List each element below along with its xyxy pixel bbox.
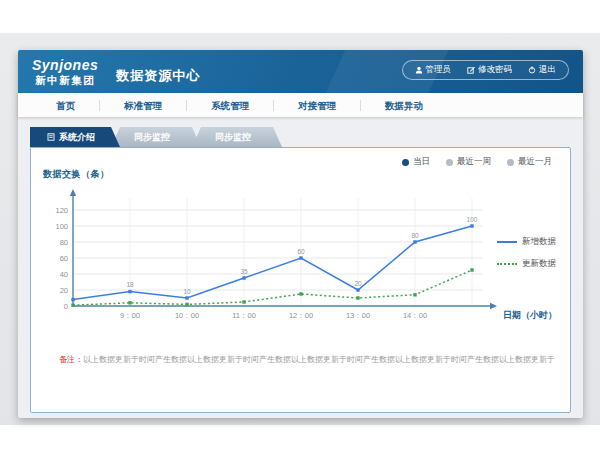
user-bar-label: 管理员 — [426, 64, 452, 76]
footnote-prefix: 备注： — [59, 355, 83, 364]
app-header: Synjones 新中新集团 数据资源中心 管理员修改密码退出 — [18, 50, 583, 93]
legend-label: 更新数据 — [522, 258, 556, 270]
point-label: 80 — [411, 232, 419, 239]
user-bar-item-2[interactable]: 退出 — [528, 64, 556, 76]
point-label: 35 — [240, 268, 248, 275]
data-point — [185, 303, 188, 306]
tab-label: 同步监控 — [215, 131, 251, 144]
x-axis-arrow-icon — [490, 303, 497, 309]
y-tick-label: 60 — [60, 254, 68, 263]
data-point — [242, 300, 245, 303]
x-tick-label: 14：00 — [403, 311, 427, 320]
y-tick-label: 40 — [60, 270, 68, 279]
data-point — [470, 268, 473, 271]
tab-label: 同步监控 — [134, 131, 170, 144]
legend-item-0: 新增数据 — [497, 236, 556, 248]
filter-label: 当日 — [413, 156, 430, 168]
nav-item-4[interactable]: 数据异动 — [361, 100, 447, 111]
tab-0[interactable]: 系统介绍 — [30, 127, 120, 147]
y-tick-label: 0 — [64, 302, 68, 311]
tab-label: 系统介绍 — [59, 131, 95, 144]
main-nav: 首页标准管理系统管理对接管理数据异动 — [18, 93, 583, 117]
user-bar-item-1[interactable]: 修改密码 — [467, 64, 512, 76]
filter-label: 最近一月 — [518, 156, 552, 168]
brand-logo-cn: 新中新集团 — [32, 74, 98, 86]
chart-x-axis-label: 日期（小时） — [503, 309, 557, 322]
page-title: 数据资源中心 — [116, 67, 200, 85]
point-label: 18 — [126, 281, 134, 288]
system-intro-panel: 当日最近一周最近一月 数据交换（条） 0204060801001209：0010… — [30, 147, 571, 413]
exchange-chart: 0204060801001209：0010：0011：0012：0013：001… — [47, 188, 517, 338]
content-area: 系统介绍同步监控同步监控 当日最近一周最近一月 数据交换（条） 02040608… — [18, 117, 583, 418]
footnote: 备注：以上数据更新于时间产生数据以上数据更新于时间产生数据以上数据更新于时间产生… — [59, 354, 555, 365]
data-point — [356, 288, 359, 291]
data-point — [299, 292, 302, 295]
x-tick-label: 13：00 — [346, 311, 370, 320]
point-label: 10 — [183, 288, 191, 295]
user-icon — [415, 66, 423, 74]
user-bar-label: 退出 — [539, 64, 556, 76]
filter-radio-1[interactable]: 最近一周 — [446, 156, 491, 168]
data-point — [128, 301, 131, 304]
data-point — [470, 224, 473, 227]
legend-line-sample — [497, 263, 517, 265]
y-tick-label: 80 — [60, 238, 68, 247]
point-label: 60 — [297, 248, 305, 255]
brand-logo-en: Synjones — [32, 57, 98, 73]
x-tick-label: 10：00 — [175, 311, 199, 320]
y-tick-label: 100 — [55, 222, 68, 231]
data-point — [356, 296, 359, 299]
radio-dot — [446, 159, 453, 166]
chart-y-axis-label: 数据交换（条） — [43, 168, 110, 181]
x-tick-label: 9：00 — [120, 311, 140, 320]
app-window: Synjones 新中新集团 数据资源中心 管理员修改密码退出 首页标准管理系统… — [18, 50, 583, 418]
document-icon — [47, 133, 55, 141]
chart-legend: 新增数据更新数据 — [497, 236, 556, 270]
y-tick-label: 120 — [55, 206, 68, 215]
x-tick-label: 11：00 — [232, 311, 256, 320]
y-axis-arrow-icon — [70, 189, 76, 196]
time-range-filters: 当日最近一周最近一月 — [402, 156, 552, 168]
edit-icon — [467, 66, 475, 74]
nav-item-1[interactable]: 标准管理 — [100, 100, 187, 111]
tab-1[interactable]: 同步监控 — [111, 127, 201, 147]
user-bar-item-0[interactable]: 管理员 — [415, 64, 452, 76]
data-point — [128, 290, 131, 293]
filter-radio-0[interactable]: 当日 — [402, 156, 430, 168]
tab-bar: 系统介绍同步监控同步监控 — [30, 127, 571, 147]
brand-logo: Synjones 新中新集团 — [32, 57, 98, 85]
data-point — [71, 298, 74, 301]
x-tick-label: 12：00 — [289, 311, 313, 320]
legend-line-sample — [497, 241, 517, 243]
radio-dot — [402, 159, 409, 166]
filter-label: 最近一周 — [457, 156, 491, 168]
data-point — [185, 296, 188, 299]
radio-dot — [507, 159, 514, 166]
data-point — [71, 304, 74, 307]
footnote-text: 以上数据更新于时间产生数据以上数据更新于时间产生数据以上数据更新于时间产生数据以… — [83, 355, 555, 364]
filter-radio-2[interactable]: 最近一月 — [507, 156, 552, 168]
point-label: 20 — [354, 280, 362, 287]
legend-label: 新增数据 — [522, 236, 556, 248]
user-toolbar: 管理员修改密码退出 — [402, 60, 570, 80]
nav-item-3[interactable]: 对接管理 — [274, 100, 361, 111]
tab-2[interactable]: 同步监控 — [192, 127, 282, 147]
user-bar-label: 修改密码 — [478, 64, 512, 76]
nav-item-2[interactable]: 系统管理 — [187, 100, 274, 111]
y-tick-label: 20 — [60, 286, 68, 295]
data-point — [242, 276, 245, 279]
point-label: 100 — [467, 216, 478, 223]
legend-item-1: 更新数据 — [497, 258, 556, 270]
nav-item-0[interactable]: 首页 — [32, 100, 100, 111]
power-icon — [528, 66, 536, 74]
data-point — [299, 256, 302, 259]
data-point — [413, 293, 416, 296]
data-point — [413, 240, 416, 243]
